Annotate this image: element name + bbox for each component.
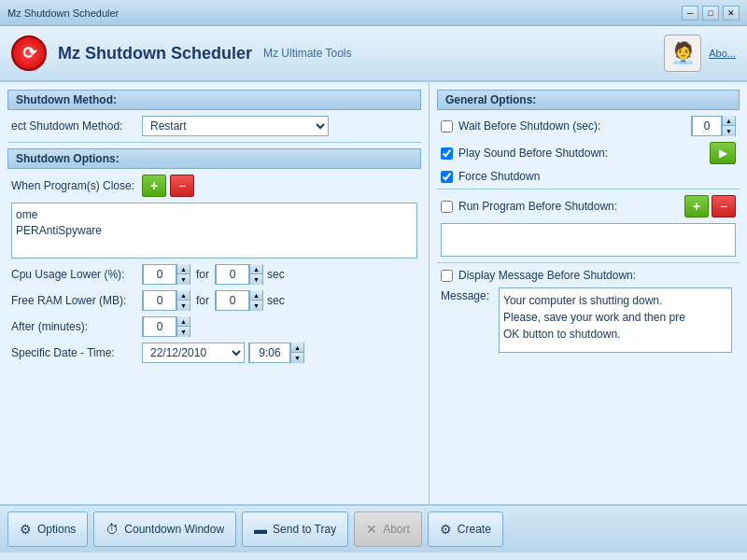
abort-icon: ✕: [366, 522, 377, 537]
play-sound-button[interactable]: ▶: [710, 142, 736, 164]
ram-for-label: for: [196, 294, 209, 307]
app-logo: ⟳: [11, 35, 47, 71]
cpu-sec-spinner[interactable]: ▲ ▼: [215, 264, 263, 285]
send-tray-button[interactable]: ▬ Send to Tray: [242, 511, 348, 547]
shutdown-options-header: Shutdown Options:: [7, 148, 421, 169]
shutdown-method-header: Shutdown Method:: [7, 90, 421, 110]
wait-before-checkbox[interactable]: [441, 120, 453, 133]
ram-sec-input[interactable]: [216, 290, 249, 311]
time-down-button[interactable]: ▼: [290, 353, 303, 363]
programs-close-row: When Program(s) Close: + −: [7, 175, 421, 197]
ram-down-button[interactable]: ▼: [176, 301, 190, 311]
message-container: Message: Your computer is shutting down.…: [437, 287, 740, 353]
ram-sec-down-button[interactable]: ▼: [249, 301, 262, 311]
run-program-checkbox[interactable]: [441, 201, 453, 213]
ram-sec-btns: ▲ ▼: [249, 290, 262, 311]
cpu-row: Cpu Usage Lower (%): ▲ ▼ for ▲ ▼ sec: [7, 264, 421, 285]
force-shutdown-checkbox[interactable]: [441, 171, 453, 183]
title-bar: Mz Shutdown Scheduler ─ □ ✕: [0, 0, 747, 26]
date-select[interactable]: 22/12/2010: [142, 343, 245, 363]
time-up-button[interactable]: ▲: [290, 343, 303, 353]
run-program-label: Run Program Before Shutdown:: [458, 200, 684, 213]
after-input[interactable]: [143, 316, 176, 337]
message-content: Your computer is shutting down.Please, s…: [503, 294, 685, 341]
time-input[interactable]: [249, 343, 290, 363]
wait-input[interactable]: [692, 116, 722, 136]
minimize-button[interactable]: ─: [682, 6, 698, 21]
bottom-toolbar: ⚙ Options ⏱ Countdown Window ▬ Send to T…: [0, 504, 747, 553]
general-options-header: General Options:: [437, 90, 740, 110]
app-subtitle: Mz Ultimate Tools: [263, 47, 351, 60]
ram-sec-label: sec: [267, 294, 285, 307]
display-message-row: Display Message Before Shutdown:: [437, 269, 740, 282]
countdown-window-button[interactable]: ⏱ Countdown Window: [93, 511, 236, 547]
list-item: ome: [16, 207, 413, 223]
shutdown-method-row: ect Shutdown Method: Restart Shutdown Hi…: [7, 116, 421, 136]
about-link[interactable]: Abo...: [709, 48, 736, 59]
after-btns: ▲ ▼: [176, 316, 190, 337]
cpu-label: Cpu Usage Lower (%):: [11, 268, 142, 281]
wait-before-row: Wait Before Shutdown (sec): ▲ ▼: [437, 116, 740, 136]
ram-sec-up-button[interactable]: ▲: [249, 290, 262, 301]
cpu-down-button[interactable]: ▼: [176, 274, 190, 285]
ram-label: Free RAM Lower (MB):: [11, 294, 142, 307]
shutdown-method-select[interactable]: Restart Shutdown Hibernate Suspend Log O…: [142, 116, 329, 136]
ram-sec-spinner[interactable]: ▲ ▼: [215, 290, 263, 311]
cpu-sec-input[interactable]: [216, 264, 249, 285]
divider-right-2: [437, 262, 740, 263]
options-icon: ⚙: [20, 522, 32, 537]
add-run-program-button[interactable]: +: [684, 195, 709, 217]
after-spinner[interactable]: ▲ ▼: [142, 316, 190, 337]
play-sound-checkbox[interactable]: [441, 147, 453, 160]
header-right: 🧑‍💼 Abo...: [664, 35, 736, 72]
run-program-area: [441, 223, 736, 257]
cpu-sec-up-button[interactable]: ▲: [249, 264, 262, 274]
cpu-sec-label: sec: [267, 268, 285, 281]
create-label: Create: [458, 523, 491, 536]
cpu-up-button[interactable]: ▲: [176, 264, 190, 274]
display-message-label: Display Message Before Shutdown:: [458, 269, 736, 282]
remove-run-program-button[interactable]: −: [712, 195, 736, 217]
ram-value-input[interactable]: [143, 290, 176, 311]
time-btns: ▲ ▼: [290, 343, 303, 363]
right-panel: General Options: Wait Before Shutdown (s…: [430, 82, 747, 504]
wait-up-button[interactable]: ▲: [722, 116, 735, 126]
app-header: ⟳ Mz Shutdown Scheduler Mz Ultimate Tool…: [0, 26, 747, 82]
programs-list[interactable]: ome PERAntiSpyware: [11, 203, 417, 259]
add-program-button[interactable]: +: [142, 175, 166, 197]
cpu-spinner[interactable]: ▲ ▼: [142, 264, 190, 285]
message-label: Message:: [441, 287, 489, 302]
force-shutdown-label: Force Shutdown: [458, 170, 736, 183]
time-spinner[interactable]: ▲ ▼: [248, 343, 304, 363]
cpu-value-input[interactable]: [143, 264, 176, 285]
abort-label: Abort: [383, 523, 410, 536]
datetime-label: Specific Date - Time:: [11, 346, 142, 359]
run-program-row: Run Program Before Shutdown: + −: [437, 195, 740, 217]
list-item: PERAntiSpyware: [16, 223, 413, 239]
countdown-icon: ⏱: [106, 522, 119, 537]
wait-spinner[interactable]: ▲ ▼: [691, 116, 736, 136]
wait-down-button[interactable]: ▼: [722, 126, 735, 136]
after-up-button[interactable]: ▲: [176, 316, 190, 327]
create-button[interactable]: ⚙ Create: [428, 511, 503, 547]
countdown-label: Countdown Window: [124, 523, 224, 536]
display-message-checkbox[interactable]: [441, 270, 453, 282]
maximize-button[interactable]: □: [702, 6, 719, 21]
wait-btns: ▲ ▼: [722, 116, 735, 136]
after-down-button[interactable]: ▼: [176, 327, 190, 337]
title-bar-text: Mz Shutdown Scheduler: [7, 7, 682, 19]
message-text-area[interactable]: Your computer is shutting down.Please, s…: [499, 287, 732, 353]
play-sound-row: Play Sound Before Shutdown: ▶: [437, 142, 740, 164]
close-button[interactable]: ✕: [723, 6, 740, 21]
cpu-spinner-btns: ▲ ▼: [176, 264, 190, 285]
cpu-sec-down-button[interactable]: ▼: [249, 274, 262, 285]
options-button[interactable]: ⚙ Options: [7, 511, 88, 547]
ram-up-button[interactable]: ▲: [176, 290, 190, 301]
user-avatar: 🧑‍💼: [664, 35, 701, 72]
divider-1: [7, 142, 421, 143]
abort-button[interactable]: ✕ Abort: [354, 511, 422, 547]
send-tray-icon: ▬: [254, 522, 267, 537]
ram-spinner[interactable]: ▲ ▼: [142, 290, 190, 311]
programs-close-label: When Program(s) Close:: [11, 179, 142, 192]
remove-program-button[interactable]: −: [170, 175, 194, 197]
